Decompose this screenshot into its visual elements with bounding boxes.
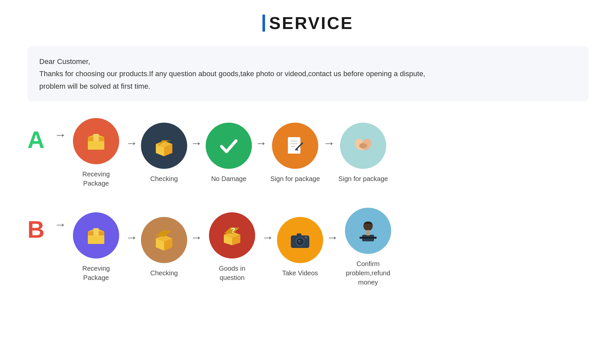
arrow-b4: → [326,230,338,244]
svg-rect-23 [93,231,99,235]
step-a3: No Damage [206,123,252,183]
circle-a4 [272,123,318,169]
step-b2: Checking [141,217,187,278]
notice-line3: problem will be solved at first time. [39,80,577,92]
svg-rect-45 [359,237,377,239]
flow-steps-a: Receving Package → Checking → [70,118,589,188]
arrow-after-b: → [54,218,66,231]
step-b1: Receving Package [70,212,122,282]
label-a: A [27,128,45,152]
arrow-after-a: → [54,128,66,142]
arrow-a4: → [323,136,335,150]
page-title-area: SERVICE [262,13,353,33]
svg-rect-10 [288,137,300,154]
svg-rect-44 [366,230,370,235]
step-a1: Receving Package [70,118,122,188]
arrow-b2: → [190,230,202,244]
circle-b1 [73,212,119,258]
notice-box: Dear Customer, Thanks for choosing our p… [27,46,589,102]
label-a4: Sign for package [270,174,320,183]
step-b4: Take Videos [277,217,323,278]
arrow-a3: → [255,136,267,150]
svg-point-19 [356,139,361,144]
arrow-b1: → [126,230,138,244]
svg-point-20 [365,139,370,144]
arrow-b3: → [262,230,274,244]
svg-rect-25 [93,228,99,231]
circle-b2 [141,217,187,263]
svg-rect-4 [93,134,99,137]
circle-b3: ? [209,212,255,258]
page-title: SERVICE [269,13,353,33]
notice-line1: Dear Customer, [39,55,577,68]
flow-steps-b: Receving Package → Checking → [70,208,589,287]
svg-text:?: ? [231,226,235,234]
step-b5: Confirm problem,refund money [342,208,394,287]
title-accent-bar [262,15,265,32]
svg-rect-2 [93,137,99,141]
step-a2: Checking [141,123,187,183]
label-b1: Receving Package [70,264,122,282]
label-a5: Sign for package [338,174,388,183]
step-a4: Sign for package [270,123,320,183]
svg-point-18 [359,143,367,148]
circle-a5 [340,123,386,169]
label-a2: Checking [150,174,178,183]
circle-b5 [345,208,391,254]
svg-point-39 [298,240,300,241]
label-a1: Receving Package [70,169,122,188]
circle-a2 [141,123,187,169]
step-b3: ? Goods in question [206,212,258,282]
label-b2: Checking [150,268,178,278]
flow-row-a: A → Receving Package → [27,118,589,188]
circle-a1 [73,118,119,164]
flow-row-b: B → Receving Package → [27,208,589,287]
label-b: B [27,218,45,241]
arrow-a2: → [190,136,202,150]
arrow-a1: → [126,136,138,150]
label-b5: Confirm problem,refund money [342,259,394,287]
circle-b4 [277,217,323,263]
step-a5: Sign for package [338,123,388,183]
label-b3: Goods in question [206,264,258,282]
svg-point-41 [305,236,307,239]
svg-rect-40 [297,233,301,236]
label-b4: Take Videos [282,268,318,278]
circle-a3 [206,123,252,169]
notice-line2: Thanks for choosing our products.If any … [39,68,577,80]
label-a3: No Damage [211,174,247,183]
